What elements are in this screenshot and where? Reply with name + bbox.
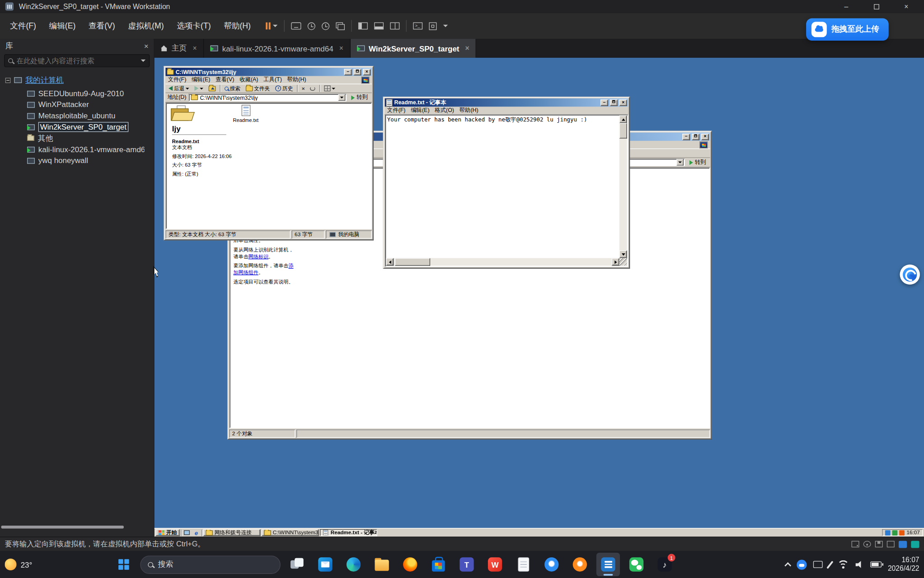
battery-icon[interactable]: [870, 561, 882, 567]
scrollbar-thumb[interactable]: [619, 123, 627, 139]
app-wps[interactable]: W: [483, 553, 507, 576]
tray-icon-orange[interactable]: [900, 530, 905, 536]
undo-button[interactable]: [309, 86, 317, 90]
scroll-left-button[interactable]: [386, 258, 394, 266]
ie-quicklaunch-icon[interactable]: e: [192, 529, 200, 536]
explorer-close-button[interactable]: ×: [363, 69, 371, 75]
notepad-window[interactable]: Readme.txt - 记事本 – × 文件(F) 编辑(E) 格式(O) 帮…: [383, 97, 630, 269]
sidebar-item-metasploitable[interactable]: Metasploitable_ubuntu: [0, 110, 154, 121]
notepad-maximize-button[interactable]: [610, 99, 618, 106]
sidebar-item-kali[interactable]: kali-linux-2026.1-vmware-amd6: [0, 144, 154, 155]
notepad-text[interactable]: Your computer has been hacked by ne敬宇@02…: [387, 116, 618, 124]
take-snapshot-button[interactable]: [307, 22, 315, 30]
tray-cloud-icon[interactable]: [797, 559, 807, 569]
tab-close-icon[interactable]: ×: [465, 44, 469, 52]
history-button[interactable]: 历史: [274, 84, 294, 92]
terminal-icon[interactable]: >_: [413, 23, 422, 30]
app-vmware[interactable]: [596, 553, 620, 576]
app-firefox[interactable]: [399, 553, 422, 576]
app-store[interactable]: [427, 553, 450, 576]
up-button[interactable]: [207, 86, 217, 91]
taskbar-search[interactable]: 搜索: [140, 555, 280, 573]
network-maximize-button[interactable]: [692, 134, 699, 140]
menu-vm[interactable]: 虚拟机(M): [122, 17, 170, 35]
network-identity-link[interactable]: 网络标识: [249, 253, 268, 259]
explorer-minimize-button[interactable]: –: [344, 69, 352, 75]
scroll-up-button[interactable]: [619, 116, 627, 123]
status-vmware-tools-icon[interactable]: [899, 541, 907, 548]
address-dropdown-button[interactable]: [338, 94, 346, 101]
status-hdd-icon[interactable]: [852, 541, 859, 547]
revert-snapshot-button[interactable]: [321, 22, 329, 30]
explorer-menu-help[interactable]: 帮助(H): [287, 76, 306, 84]
status-network-icon[interactable]: [887, 541, 895, 547]
explorer-window[interactable]: C:\WINNT\system32\ljy – × 文件(F) 编辑(E) 查看…: [164, 66, 374, 240]
library-search[interactable]: [4, 54, 150, 67]
notepad-edit-area[interactable]: Your computer has been hacked by ne敬宇@02…: [385, 114, 629, 267]
sidebar-item-seedubuntu[interactable]: SEEDUbuntu9-Aug-2010: [0, 88, 154, 99]
minimize-button[interactable]: –: [834, 0, 858, 13]
resize-grip[interactable]: [619, 258, 627, 266]
taskbar-button-notepad[interactable]: Readme.txt - 记事本: [320, 529, 377, 536]
tray-chevron-icon[interactable]: [784, 562, 791, 569]
maximize-button[interactable]: [864, 0, 889, 13]
explorer-menu-view[interactable]: 查看(V): [216, 76, 234, 84]
address-input[interactable]: C:\WINNT\system32\ljy: [189, 93, 347, 101]
search-dropdown-icon[interactable]: [141, 60, 145, 62]
back-button[interactable]: 后退: [167, 84, 190, 92]
show-thumbnail-bar-toggle[interactable]: [374, 23, 384, 30]
address-dropdown-button[interactable]: [676, 159, 684, 165]
show-desktop-icon[interactable]: [183, 529, 191, 536]
tab-kali[interactable]: kali-linux-2026.1-vmware-amd64 ×: [204, 39, 350, 58]
taskbar-button-explorer[interactable]: C:\WINNT\system32\ljy: [262, 529, 319, 536]
explorer-titlebar[interactable]: C:\WINNT\system32\ljy – ×: [165, 68, 371, 76]
network-minimize-button[interactable]: –: [682, 134, 690, 140]
explorer-maximize-button[interactable]: [354, 69, 361, 75]
tray-icon-blue[interactable]: [886, 530, 891, 536]
start-button-win11[interactable]: [112, 553, 136, 576]
library-close-icon[interactable]: ×: [144, 42, 149, 51]
assistant-floating-button[interactable]: [900, 265, 920, 284]
menu-view[interactable]: 查看(V): [82, 17, 122, 35]
explorer-menu-tools[interactable]: 工具(T): [263, 76, 282, 84]
explorer-content[interactable]: ljy Readme.txt 文本文档 修改时间: 2026-4-22 16:0…: [165, 103, 371, 229]
menu-file[interactable]: 文件(F): [4, 17, 42, 35]
tree-collapse-toggle[interactable]: [5, 78, 11, 83]
horizontal-scrollbar[interactable]: [386, 258, 619, 266]
notepad-menu-edit[interactable]: 编辑(E): [411, 107, 429, 114]
tray-pen-icon[interactable]: [826, 560, 833, 568]
tab-close-icon[interactable]: ×: [339, 44, 343, 52]
delete-button[interactable]: ×: [300, 85, 306, 91]
notepad-minimize-button[interactable]: –: [600, 99, 608, 106]
sidebar-item-honeywall[interactable]: ywq honeywall: [0, 155, 154, 166]
notepad-close-button[interactable]: ×: [619, 99, 627, 106]
scroll-right-button[interactable]: [612, 258, 619, 266]
status-cdrom-icon[interactable]: [863, 541, 871, 547]
menu-edit[interactable]: 编辑(E): [42, 17, 82, 35]
tab-close-icon[interactable]: ×: [192, 44, 197, 52]
upload-dropzone-button[interactable]: 拖拽至此上传: [806, 18, 889, 41]
fullscreen-button[interactable]: [429, 22, 436, 30]
sidebar-horizontal-scrollbar[interactable]: [1, 526, 124, 529]
taskbar-clock[interactable]: 16:07 2026/4/22: [888, 555, 919, 573]
guest-system-tray[interactable]: 16:07: [882, 529, 923, 536]
app-teams[interactable]: T: [455, 553, 478, 576]
explorer-menu-edit[interactable]: 编辑(E): [192, 76, 210, 84]
app-file-explorer[interactable]: [370, 553, 394, 576]
app-edge[interactable]: [342, 553, 365, 576]
sidebar-item-winxpattacker[interactable]: WinXPattacker: [0, 99, 154, 110]
scroll-down-button[interactable]: [619, 251, 627, 258]
app-outlook[interactable]: [314, 553, 337, 576]
vertical-scrollbar[interactable]: [619, 116, 627, 258]
go-button[interactable]: 转到: [349, 93, 370, 101]
start-button[interactable]: 开始: [155, 529, 179, 536]
manage-snapshots-button[interactable]: [336, 22, 345, 30]
close-button[interactable]: ×: [894, 0, 919, 13]
notepad-menu-file[interactable]: 文件(F): [387, 107, 406, 114]
send-ctrl-alt-del-button[interactable]: [291, 23, 301, 30]
readme-file-item[interactable]: Readme.txt: [232, 105, 259, 123]
guest-clock[interactable]: 16:07: [906, 530, 919, 536]
power-pause-button[interactable]: [266, 23, 277, 30]
scrollbar-thumb[interactable]: [395, 258, 430, 266]
tray-cast-icon[interactable]: [813, 561, 823, 568]
